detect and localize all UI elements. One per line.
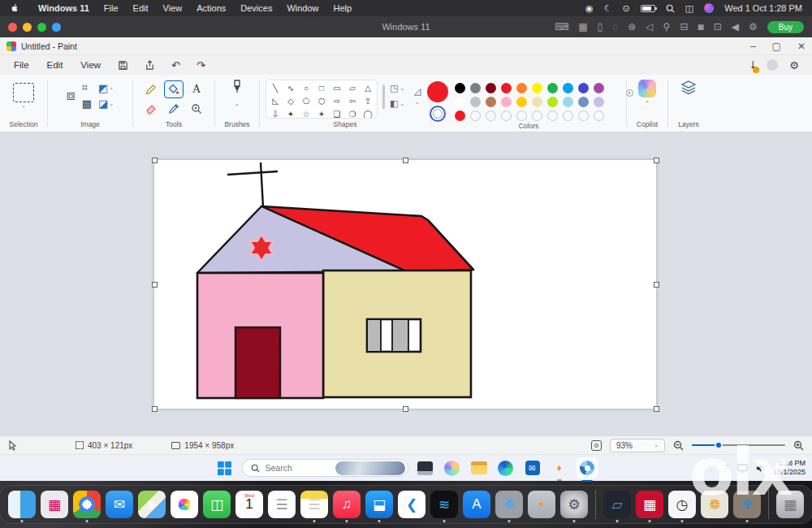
palette-empty-slot[interactable]	[547, 110, 558, 121]
palette-color-1-4[interactable]	[516, 83, 527, 93]
back-icon[interactable]: ◀	[732, 22, 739, 32]
dock-item-keynote[interactable]: ⬓	[365, 491, 393, 518]
palette-color-2-3[interactable]	[501, 97, 512, 107]
paint-menu-view[interactable]: View	[71, 58, 110, 71]
palette-color-1-7[interactable]	[563, 83, 573, 93]
shape-option-19[interactable]: ❍	[346, 108, 359, 119]
palette-color-2-9[interactable]	[594, 97, 604, 107]
palette-empty-slot[interactable]	[594, 110, 604, 121]
menubar-devices[interactable]: Devices	[233, 3, 279, 13]
palette-color-2-5[interactable]	[532, 97, 542, 107]
zoom-level-dropdown[interactable]: 93% ⌄	[610, 439, 665, 452]
minimize-window-button[interactable]	[23, 23, 32, 32]
search-daily-image[interactable]	[335, 461, 405, 475]
update-download-icon[interactable]: ⭣	[750, 58, 755, 71]
save-button[interactable]	[110, 60, 136, 71]
volume-icon[interactable]: ◁	[646, 22, 653, 32]
account-avatar[interactable]	[767, 59, 778, 71]
menubar-clock[interactable]: Wed 1 Oct 1:28 PM	[724, 3, 802, 13]
shape-option-16[interactable]: ☆	[300, 108, 313, 119]
search-box[interactable]: Search	[242, 459, 408, 477]
dock-item-windows-app[interactable]: ❖	[495, 491, 523, 518]
dock-item-photos[interactable]	[171, 491, 198, 518]
share-button[interactable]	[136, 60, 163, 71]
palette-empty-slot[interactable]	[563, 110, 573, 121]
shape-option-9[interactable]: ⬠	[300, 95, 313, 107]
brushes-tool[interactable]: ⌄	[231, 80, 244, 107]
shape-option-11[interactable]: ⇨	[330, 95, 343, 107]
fit-to-screen-button[interactable]	[591, 440, 602, 451]
apple-logo-icon[interactable]	[10, 3, 19, 13]
menubar-file[interactable]: File	[97, 3, 126, 13]
paint-maximize-button[interactable]: ▢	[772, 41, 781, 52]
focus-moon-icon[interactable]: ☾	[604, 4, 612, 13]
paint-close-button[interactable]: ✕	[797, 41, 806, 52]
dock-item-reminders[interactable]: ☰	[268, 491, 296, 518]
selection-tool[interactable]: ⌄	[13, 80, 34, 109]
text-tool[interactable]: A	[187, 80, 206, 98]
dock-item-app-store[interactable]: A	[463, 491, 490, 518]
shape-option-5[interactable]: ▱	[346, 82, 359, 94]
palette-color-1-2[interactable]	[486, 83, 496, 93]
siri-icon[interactable]	[704, 3, 714, 13]
paint-menu-edit[interactable]: Edit	[38, 58, 72, 71]
fill-tool-selected[interactable]	[164, 80, 184, 98]
menubar-edit[interactable]: Edit	[126, 3, 156, 13]
pencil-tool[interactable]	[141, 80, 161, 98]
resize-icon[interactable]: ⧈	[67, 88, 76, 104]
shared-folder-icon[interactable]: ⊡	[714, 22, 722, 32]
dock-item-notes[interactable]: ☰	[300, 491, 328, 518]
shape-option-18[interactable]: ❑	[330, 108, 343, 119]
selection-handle[interactable]	[654, 406, 659, 412]
fullscreen-window-button[interactable]	[37, 23, 46, 32]
shape-option-3[interactable]: □	[315, 82, 328, 94]
cd-icon[interactable]: ◌	[612, 22, 618, 32]
selection-handle[interactable]	[152, 406, 158, 412]
dock-item-vscode[interactable]: ❮	[398, 491, 425, 518]
palette-color-1-9[interactable]	[594, 83, 604, 93]
palette-empty-slot[interactable]	[501, 110, 512, 121]
undo-button[interactable]: ↶	[163, 59, 188, 71]
selection-handle[interactable]	[403, 406, 408, 412]
layers-button[interactable]	[680, 80, 697, 99]
close-window-button[interactable]	[8, 23, 17, 32]
shape-option-17[interactable]: ✶	[315, 108, 328, 119]
palette-color-2-4[interactable]	[516, 97, 527, 107]
dock-item-maps[interactable]: ➤	[138, 491, 166, 518]
shape-option-8[interactable]: ◇	[284, 95, 297, 107]
dock-item-system-settings[interactable]: ⚙	[560, 491, 588, 518]
shape-option-1[interactable]: ∿	[284, 82, 297, 94]
dark-app-icon[interactable]	[416, 458, 435, 478]
shape-option-7[interactable]: ◺	[269, 95, 282, 107]
dock-item-facetime[interactable]: ◫	[203, 491, 231, 518]
dvd-icon[interactable]: ⊛	[628, 22, 636, 32]
dock-item-finder[interactable]	[8, 491, 36, 518]
shape-option-4[interactable]: ▭	[330, 82, 343, 94]
paint-menu-file[interactable]: File	[5, 58, 38, 71]
start-button[interactable]	[215, 458, 235, 478]
dock-item-mail[interactable]: ✉	[106, 491, 133, 518]
paint-taskbar-icon-active[interactable]	[577, 457, 598, 478]
shape-outline-dropdown[interactable]: ◳⌄	[390, 83, 404, 93]
dock-item-chrome[interactable]	[73, 491, 101, 518]
palette-color-2-6[interactable]	[547, 97, 558, 107]
palette-color-2-7[interactable]	[563, 97, 573, 107]
palette-empty-slot[interactable]	[578, 110, 589, 121]
microphone-icon[interactable]: ⚲	[663, 22, 671, 32]
buy-button[interactable]: Buy	[767, 21, 804, 33]
palette-color-1-1[interactable]	[470, 83, 481, 93]
paint-settings-icon[interactable]: ⚙	[789, 59, 799, 71]
shape-option-12[interactable]: ⇦	[346, 95, 359, 107]
spotlight-icon[interactable]	[666, 4, 675, 13]
palette-color-2-8[interactable]	[578, 97, 589, 107]
magnifier-tool[interactable]	[187, 100, 206, 118]
dock-item-gray-utility[interactable]: •	[528, 491, 555, 518]
palette-color-3-0[interactable]	[455, 110, 465, 121]
shape-option-10[interactable]: ⬡	[315, 95, 328, 107]
palette-color-1-0[interactable]	[455, 83, 465, 93]
outlook-icon[interactable]: ✉	[523, 458, 542, 478]
selection-handle[interactable]	[654, 158, 659, 163]
dock-item-window-preview-red[interactable]: ▦	[636, 491, 663, 518]
copilot-button[interactable]: ⌄	[638, 80, 656, 104]
paint-minimize-button[interactable]: –	[750, 41, 756, 52]
